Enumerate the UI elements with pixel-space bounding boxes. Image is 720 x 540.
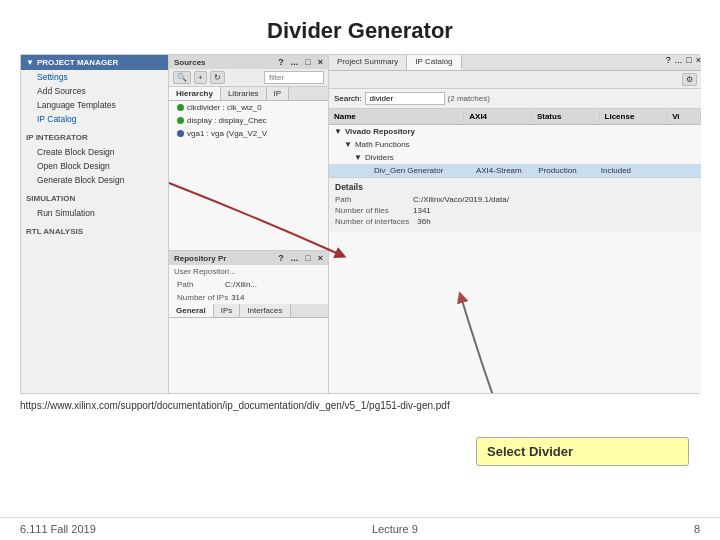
detail-path-label: Path [335, 195, 405, 204]
detail-files-label: Number of files [335, 206, 405, 215]
dot-icon-1 [177, 117, 184, 124]
repo-path-label: Path [177, 280, 222, 289]
dot-icon-0 [177, 104, 184, 111]
ip-tree-math-functions[interactable]: ▼ Math Functions [329, 138, 701, 151]
settings-item[interactable]: Settings [21, 70, 168, 84]
ip-catalog-item[interactable]: IP Catalog [21, 112, 168, 126]
ip-gear-btn[interactable]: ⚙ [682, 73, 697, 86]
repo-q-btn[interactable]: ? [278, 253, 284, 263]
expand-icon-2: ▼ [354, 153, 362, 162]
ip-search-input[interactable] [365, 92, 445, 105]
right-tab-bar: Project Summary IP Catalog ? ... □ × [329, 55, 701, 71]
ip-q-btn[interactable]: ? [666, 55, 671, 70]
footer-course: 6.111 Fall 2019 [20, 523, 96, 535]
tab-hierarchy[interactable]: Hierarchy [169, 87, 221, 100]
vivado-repo-label: Vivado Repository [345, 127, 415, 136]
detail-path-row: Path C:/Xilinx/Vaco/2019.1/data/ [335, 195, 695, 204]
left-panel: ▼ PROJECT MANAGER Settings Add Sources L… [21, 55, 169, 393]
ip-min-btn[interactable]: □ [686, 55, 691, 70]
detail-files-value: 1341 [413, 206, 431, 215]
tab-project-summary[interactable]: Project Summary [329, 55, 407, 70]
user-repositories-label: User Repositori... [169, 265, 328, 278]
expand-icon-0: ▼ [334, 127, 342, 136]
source-item-0: clkdivider : clk_wiz_0 [169, 101, 328, 114]
detail-path-value: C:/Xilinx/Vaco/2019.1/data/ [413, 195, 509, 204]
open-block-design-item[interactable]: Open Block Design [21, 159, 168, 173]
callout-box: Select Divider [476, 437, 689, 466]
ip-dots-btn[interactable]: ... [675, 55, 683, 70]
repo-close-btn[interactable]: × [318, 253, 323, 263]
col-status: Status [532, 111, 600, 122]
dot-icon-2 [177, 130, 184, 137]
source-item-1: display : display_Chec [169, 114, 328, 127]
sources-header: Sources ? ... □ × [169, 55, 328, 69]
sources-add-btn[interactable]: + [194, 71, 207, 84]
language-templates-item[interactable]: Language Templates [21, 98, 168, 112]
sources-question-btn[interactable]: ? [278, 57, 284, 67]
repo-min-btn[interactable]: □ [305, 253, 310, 263]
sources-close-btn[interactable]: × [318, 57, 323, 67]
repository-header: Repository Pr ? ... □ × [169, 251, 328, 265]
reference-link-area: https://www.xilinx.com/support/documenta… [0, 394, 720, 417]
add-sources-item[interactable]: Add Sources [21, 84, 168, 98]
tab-interfaces[interactable]: Interfaces [240, 304, 290, 317]
div-gen-axi4: AXI4-Stream [476, 166, 535, 175]
details-title: Details [335, 182, 695, 192]
dividers-label: Dividers [365, 153, 394, 162]
chevron-icon: ▼ [26, 58, 34, 67]
footer-lecture: Lecture 9 [372, 523, 418, 535]
sources-tab-bar: Hierarchy Libraries IP [169, 87, 328, 101]
ip-table-header: Name AXI4 Status License Vi [329, 109, 701, 125]
repository-panel: Repository Pr ? ... □ × User Repositori.… [169, 251, 329, 393]
ip-tree-div-gen[interactable]: Div_Gen Generator AXI4-Stream Production… [329, 164, 701, 177]
footer-page: 8 [694, 523, 700, 535]
repo-tab-bar: General IPs Interfaces [169, 304, 328, 318]
sources-label: Sources [174, 58, 206, 67]
ip-search-label: Search: [334, 94, 362, 103]
repo-ips-label: Number of IPs [177, 293, 228, 302]
div-gen-label: Div_Gen Generator [354, 166, 473, 175]
ip-details-panel: Details Path C:/Xilinx/Vaco/2019.1/data/… [329, 177, 701, 232]
generate-block-design-item[interactable]: Generate Block Design [21, 173, 168, 187]
ip-tree-area: ▼ Vivado Repository ▼ Math Functions ▼ D… [329, 125, 701, 177]
sources-refresh-btn[interactable]: ↻ [210, 71, 225, 84]
reference-link[interactable]: https://www.xilinx.com/support/documenta… [20, 400, 450, 411]
footer: 6.111 Fall 2019 Lecture 9 8 [0, 517, 720, 540]
repository-label: Repository Pr [174, 254, 226, 263]
ip-close-btn[interactable]: × [696, 55, 701, 70]
repo-path-row: Path C:/Xilin... [169, 278, 328, 291]
col-name: Name [329, 111, 464, 122]
col-vi: Vi [667, 111, 701, 122]
rtl-analysis-section: RTL ANALYSIS [21, 224, 168, 239]
sources-min-btn[interactable]: □ [305, 57, 310, 67]
create-block-design-item[interactable]: Create Block Design [21, 145, 168, 159]
sources-toolbar: 🔍 + ↻ [169, 69, 328, 87]
ip-catalog-panel: Project Summary IP Catalog ? ... □ × ⚙ S… [329, 55, 701, 393]
sources-dots-btn[interactable]: ... [291, 57, 299, 67]
repo-dots-btn[interactable]: ... [291, 253, 299, 263]
ip-match-count: (2 matches) [448, 94, 490, 103]
sources-filter-input[interactable] [264, 71, 324, 84]
simulation-section: SIMULATION [21, 191, 168, 206]
sources-panel: Sources ? ... □ × 🔍 + ↻ Hierarchy Librar… [169, 55, 329, 251]
ip-search-bar: Search: (2 matches) [329, 89, 701, 109]
ip-tree-dividers[interactable]: ▼ Dividers [329, 151, 701, 164]
ip-tree-vivado-repo[interactable]: ▼ Vivado Repository [329, 125, 701, 138]
source-item-2: vga1 : vga (Vga_V2_V [169, 127, 328, 140]
ip-catalog-toolbar: ⚙ [329, 71, 701, 89]
repo-ips-row: Number of IPs 314 [169, 291, 328, 304]
detail-interfaces-value: 36h [417, 217, 430, 226]
detail-interfaces-label: Number of interfaces [335, 217, 409, 226]
div-gen-status: Production [538, 166, 597, 175]
run-simulation-item[interactable]: Run Simulation [21, 206, 168, 220]
ip-integrator-section: IP INTEGRATOR [21, 130, 168, 145]
tab-ip-catalog[interactable]: IP Catalog [407, 55, 461, 70]
tab-ips[interactable]: IPs [214, 304, 241, 317]
tab-general[interactable]: General [169, 304, 214, 317]
repo-path-value: C:/Xilin... [225, 280, 257, 289]
sources-search-btn[interactable]: 🔍 [173, 71, 191, 84]
tab-ip[interactable]: IP [267, 87, 290, 100]
repo-ips-value: 314 [231, 293, 244, 302]
callout-text: Select Divider [487, 444, 573, 459]
tab-libraries[interactable]: Libraries [221, 87, 267, 100]
